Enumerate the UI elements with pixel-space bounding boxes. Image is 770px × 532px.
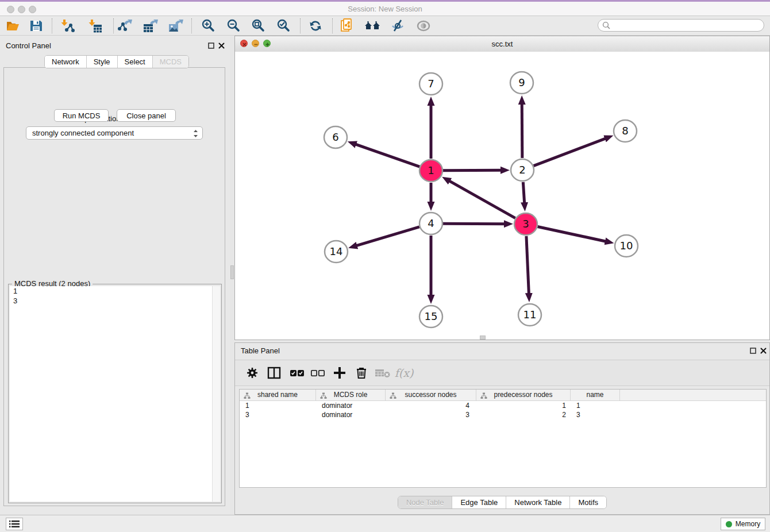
column-header-shared-name[interactable]: shared name	[240, 390, 316, 400]
save-session-icon[interactable]	[27, 17, 45, 34]
search-field[interactable]	[598, 19, 764, 32]
graph-node-2[interactable]: 2	[511, 159, 534, 181]
memory-button[interactable]: Memory	[721, 518, 765, 530]
graph-edge-1-2[interactable]	[443, 170, 503, 171]
titlebar: Session: New Session	[0, 0, 770, 16]
zoom-selected-icon[interactable]	[274, 17, 292, 34]
show-all-networks-icon[interactable]	[364, 17, 382, 34]
column-header-successor-nodes[interactable]: successor nodes	[386, 390, 476, 400]
vertical-splitter[interactable]	[230, 36, 234, 515]
function-builder-icon[interactable]: f(x)	[395, 364, 413, 382]
table-row[interactable]: 3 dominator 3 2 3	[240, 410, 766, 419]
splitter-grip[interactable]	[230, 265, 234, 279]
search-icon	[602, 21, 610, 29]
run-mcds-button[interactable]: Run MCDS	[54, 109, 109, 122]
select-all-rows-icon[interactable]	[288, 364, 306, 382]
mcds-result-list[interactable]: 1 3	[10, 286, 220, 502]
graph-edge-3-11[interactable]	[526, 236, 529, 295]
graph-node-label: 2	[519, 164, 525, 176]
zoom-out-icon[interactable]	[224, 17, 242, 34]
zoom-fit-icon[interactable]	[249, 17, 267, 34]
graph-node-label: 7	[428, 78, 434, 90]
graph-node-7[interactable]: 7	[419, 73, 442, 95]
graph-edge-3-10[interactable]	[538, 226, 607, 241]
cell-successor-nodes: 4	[386, 401, 476, 410]
float-panel-icon[interactable]	[749, 346, 757, 354]
graph-node-10[interactable]: 10	[615, 235, 638, 257]
deselect-all-rows-icon[interactable]	[309, 364, 327, 382]
graph-edge-4-3[interactable]	[443, 223, 506, 224]
column-header-predecessor-nodes[interactable]: predecessor nodes	[476, 390, 571, 400]
graph-edge-3-1[interactable]	[448, 180, 515, 218]
export-image-icon[interactable]	[167, 17, 185, 34]
graph-node-label: 11	[523, 309, 537, 321]
graph-edge-4-14[interactable]	[355, 227, 419, 246]
float-panel-icon[interactable]	[207, 41, 215, 49]
tab-style[interactable]: Style	[87, 56, 118, 68]
column-header-name[interactable]: name	[571, 390, 620, 400]
graph-node-8[interactable]: 8	[614, 120, 637, 142]
graph-node-14[interactable]: 14	[325, 241, 348, 263]
optimization-criterion-select[interactable]: strongly connected component	[26, 126, 203, 140]
tab-motifs[interactable]: Motifs	[570, 496, 606, 508]
table-row[interactable]: 1 dominator 4 1 1	[240, 401, 766, 410]
open-session-icon[interactable]	[3, 17, 22, 34]
graph-node-label: 10	[620, 240, 633, 252]
graph-node-label: 14	[330, 245, 343, 257]
toolbar-separator	[52, 18, 52, 33]
import-network-icon[interactable]	[59, 17, 77, 34]
graph-node-11[interactable]: 11	[518, 304, 541, 326]
show-graphics-details-icon[interactable]	[414, 17, 433, 34]
show-log-button[interactable]	[6, 518, 23, 530]
cell-mcds-role: dominator	[316, 410, 386, 419]
apply-layout-icon[interactable]	[306, 17, 325, 34]
import-table-icon[interactable]	[86, 17, 105, 34]
export-table-icon[interactable]	[141, 17, 160, 34]
add-column-icon[interactable]	[330, 364, 349, 382]
graph-node-9[interactable]: 9	[510, 72, 533, 94]
tab-node-table[interactable]: Node Table	[398, 496, 453, 508]
graph-edge-2-8[interactable]	[534, 138, 607, 165]
node-table[interactable]: shared name MCDS role successor nodes pr…	[239, 389, 767, 488]
mcds-result-item: 3	[10, 296, 220, 306]
graph-edge-1-6[interactable]	[354, 144, 419, 167]
tab-network-table[interactable]: Network Table	[506, 496, 570, 508]
tab-network[interactable]: Network	[45, 56, 87, 68]
graph-edge-2-3[interactable]	[523, 182, 524, 205]
graph-node-1[interactable]: 1	[419, 160, 442, 182]
network-view-window: scc.txt 7968124314101511	[234, 36, 770, 340]
graph-node-label: 1	[428, 164, 434, 176]
clone-network-icon[interactable]	[338, 17, 357, 34]
optimization-criterion-value: strongly connected component	[32, 129, 134, 137]
close-panel-button[interactable]: Close panel	[117, 109, 176, 122]
close-panel-icon[interactable]	[759, 346, 767, 354]
delete-table-icon[interactable]	[374, 364, 392, 382]
graph-edge-2-9[interactable]	[522, 102, 522, 158]
graph-node-4[interactable]: 4	[419, 213, 442, 234]
hide-graphics-details-icon[interactable]	[388, 17, 407, 34]
table-header-row: shared name MCDS role successor nodes pr…	[240, 390, 766, 401]
cell-successor-nodes: 3	[386, 410, 476, 419]
network-window-titlebar[interactable]: scc.txt	[235, 36, 769, 52]
scrollbar-track[interactable]	[212, 286, 220, 502]
window-title: Session: New Session	[0, 5, 770, 13]
graph-node-3[interactable]: 3	[514, 213, 537, 235]
settings-gear-icon[interactable]	[243, 364, 261, 382]
graph-node-6[interactable]: 6	[324, 126, 347, 148]
tab-edge-table[interactable]: Edge Table	[452, 496, 506, 508]
zoom-in-icon[interactable]	[199, 17, 217, 34]
column-header-mcds-role[interactable]: MCDS role	[316, 390, 386, 400]
delete-columns-icon[interactable]	[352, 364, 371, 382]
graph-node-label: 9	[518, 76, 525, 88]
graph-node-15[interactable]: 15	[419, 306, 442, 327]
network-canvas[interactable]: 7968124314101511	[235, 52, 769, 340]
close-panel-icon[interactable]	[217, 41, 225, 49]
search-input[interactable]	[613, 20, 759, 32]
graph-node-label: 3	[522, 218, 529, 230]
network-graph[interactable]: 7968124314101511	[235, 52, 769, 340]
tab-select[interactable]: Select	[118, 56, 153, 68]
split-panel-icon[interactable]	[265, 364, 283, 382]
export-network-icon[interactable]	[116, 17, 134, 34]
tab-mcds[interactable]: MCDS	[153, 56, 188, 68]
splitter-grip[interactable]	[480, 336, 486, 340]
